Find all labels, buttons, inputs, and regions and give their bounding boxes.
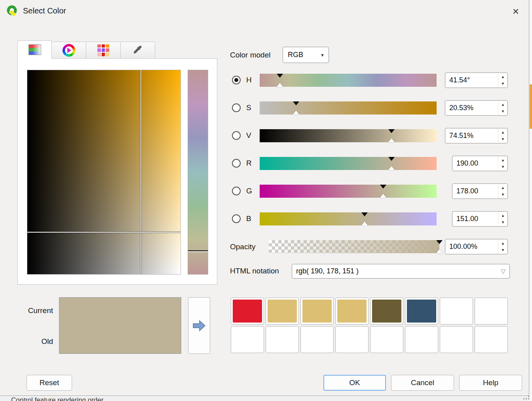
reset-button[interactable]: Reset (27, 375, 72, 391)
arrow-right-icon (192, 319, 206, 332)
swatch-cell[interactable] (440, 298, 473, 325)
spin-up-button[interactable]: ▲ (498, 157, 507, 164)
channel-label-s: S (246, 103, 251, 112)
spin-up-button[interactable]: ▲ (498, 184, 507, 191)
swatch-cell[interactable] (300, 298, 334, 325)
spin-down-button[interactable]: ▼ (498, 80, 507, 88)
slider-marker-bottom (361, 222, 368, 225)
saturation-value-box[interactable] (27, 70, 181, 275)
swatch-cell[interactable] (231, 298, 264, 325)
value-slider[interactable] (260, 129, 437, 142)
tab-color-picker[interactable] (120, 42, 155, 59)
slider-marker-top[interactable] (436, 240, 443, 244)
slider-marker-top[interactable] (380, 185, 386, 189)
spin-down-button[interactable]: ▼ (498, 164, 507, 171)
hue-slider[interactable] (260, 74, 437, 87)
green-slider[interactable] (260, 185, 437, 198)
channel-label-v: V (246, 131, 251, 140)
swatch-cell[interactable] (405, 326, 438, 353)
spin-down-button[interactable]: ▼ (498, 191, 507, 199)
swatch-color (337, 300, 367, 323)
opacity-spinbox[interactable]: 100.00% ▲▼ (445, 239, 508, 254)
combo-arrow-icon[interactable]: ▽ (501, 264, 505, 278)
color-model-label: Color model (230, 51, 270, 59)
opacity-value: 100.00% (449, 239, 477, 254)
swatch-cell[interactable] (231, 326, 264, 353)
opacity-label: Opacity (230, 243, 255, 251)
resize-grip[interactable] (523, 398, 524, 399)
value-value: 74.51% (449, 128, 473, 143)
blue-value: 151.00 (456, 212, 478, 226)
spin-up-button[interactable]: ▲ (498, 129, 507, 136)
swatch-cell[interactable] (475, 298, 508, 325)
hue-strip-marker[interactable] (188, 250, 208, 251)
sv-cursor-horizontal-line[interactable] (27, 232, 180, 233)
saturation-spinbox[interactable]: 20.53% ▲▼ (445, 100, 508, 116)
radio-v[interactable] (232, 131, 241, 140)
slider-marker-top[interactable] (388, 129, 395, 133)
saturation-slider[interactable] (260, 101, 437, 115)
swatch-cell[interactable] (300, 326, 334, 353)
spin-down-button[interactable]: ▼ (498, 136, 507, 143)
help-button[interactable]: Help (459, 375, 522, 391)
radio-h[interactable] (232, 76, 241, 84)
color-preview (59, 297, 181, 354)
swatch-cell[interactable] (266, 298, 299, 325)
swatch-color (233, 300, 262, 323)
slider-marker-top[interactable] (277, 74, 283, 78)
swatch-cell[interactable] (370, 326, 403, 353)
hue-strip[interactable] (188, 70, 208, 275)
swatch-cell[interactable] (405, 298, 438, 325)
radio-g[interactable] (232, 187, 241, 195)
spin-up-button[interactable]: ▲ (498, 240, 507, 247)
red-spinbox[interactable]: 190.00 ▲▼ (452, 156, 508, 171)
red-slider[interactable] (260, 157, 437, 170)
opacity-slider[interactable] (269, 240, 439, 253)
swatch-cell[interactable] (335, 326, 369, 353)
swatch-cell[interactable] (266, 326, 299, 353)
tab-color-swatches[interactable] (86, 42, 121, 59)
current-color-swatch (59, 298, 181, 326)
blue-slider[interactable] (260, 212, 437, 225)
slider-marker-top[interactable] (388, 157, 395, 161)
swatch-cell[interactable] (370, 298, 403, 325)
spin-up-button[interactable]: ▲ (498, 73, 507, 80)
swatch-cell[interactable] (440, 326, 473, 353)
spin-down-button[interactable]: ▼ (498, 219, 507, 226)
value-spinbox[interactable]: 74.51% ▲▼ (445, 128, 508, 143)
slider-marker-top[interactable] (361, 212, 368, 216)
color-model-dropdown[interactable]: RGB ▼ (283, 47, 329, 63)
html-notation-input[interactable] (292, 264, 492, 278)
spin-up-button[interactable]: ▲ (498, 101, 507, 108)
swatch-color (302, 300, 332, 323)
spin-down-button[interactable]: ▼ (498, 108, 507, 115)
slider-marker-bottom (436, 249, 443, 253)
spin-down-button[interactable]: ▼ (498, 247, 507, 254)
add-to-swatches-button[interactable] (188, 297, 210, 354)
color-wheel-icon (63, 44, 75, 57)
radio-r[interactable] (232, 159, 241, 168)
ok-button[interactable]: OK (323, 375, 386, 391)
spin-up-button[interactable]: ▲ (498, 212, 507, 219)
underlying-text: Control feature rendering order (11, 396, 103, 401)
picker-panel (17, 58, 217, 285)
radio-s[interactable] (232, 103, 241, 112)
swatch-cell[interactable] (335, 298, 369, 325)
cancel-button[interactable]: Cancel (391, 375, 454, 391)
channel-label-g: G (246, 187, 252, 195)
sv-cursor-vertical-line[interactable] (141, 70, 141, 274)
channel-label-h: H (246, 76, 252, 84)
select-color-dialog: Select Color × (0, 0, 529, 396)
green-spinbox[interactable]: 178.00 ▲▼ (452, 183, 508, 199)
close-button[interactable]: × (508, 4, 523, 19)
blue-spinbox[interactable]: 151.00 ▲▼ (452, 211, 508, 227)
tab-color-wheel[interactable] (51, 42, 86, 59)
swatch-cell[interactable] (475, 326, 508, 353)
hue-spinbox[interactable]: 41.54° ▲▼ (445, 73, 508, 88)
slider-marker-top[interactable] (293, 101, 299, 105)
old-color-swatch[interactable] (59, 326, 181, 354)
old-label: Old (16, 337, 53, 346)
html-notation-label: HTML notation (230, 267, 279, 275)
tab-color-box[interactable] (17, 40, 52, 59)
radio-b[interactable] (232, 214, 241, 223)
